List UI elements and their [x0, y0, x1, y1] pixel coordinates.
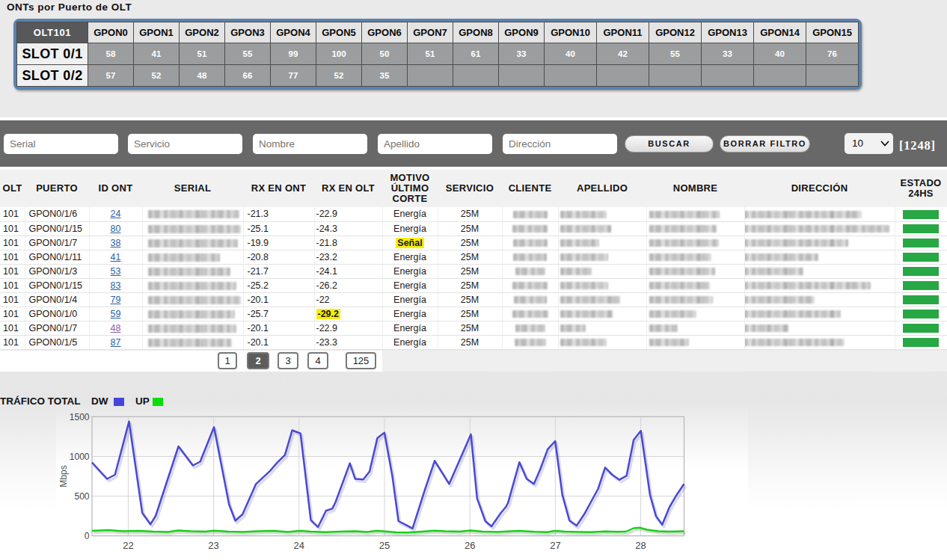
- svg-text:25: 25: [379, 540, 390, 551]
- svg-text:24: 24: [294, 540, 304, 551]
- svg-text:22: 22: [123, 540, 133, 551]
- svg-text:28: 28: [635, 540, 646, 551]
- svg-text:0: 0: [85, 531, 90, 541]
- svg-text:26: 26: [465, 540, 475, 551]
- svg-text:27: 27: [550, 540, 560, 551]
- svg-text:23: 23: [208, 540, 218, 551]
- svg-text:1500: 1500: [70, 412, 90, 422]
- svg-text:1000: 1000: [70, 452, 90, 462]
- svg-text:500: 500: [74, 491, 89, 502]
- svg-text:Mbps: Mbps: [58, 465, 69, 487]
